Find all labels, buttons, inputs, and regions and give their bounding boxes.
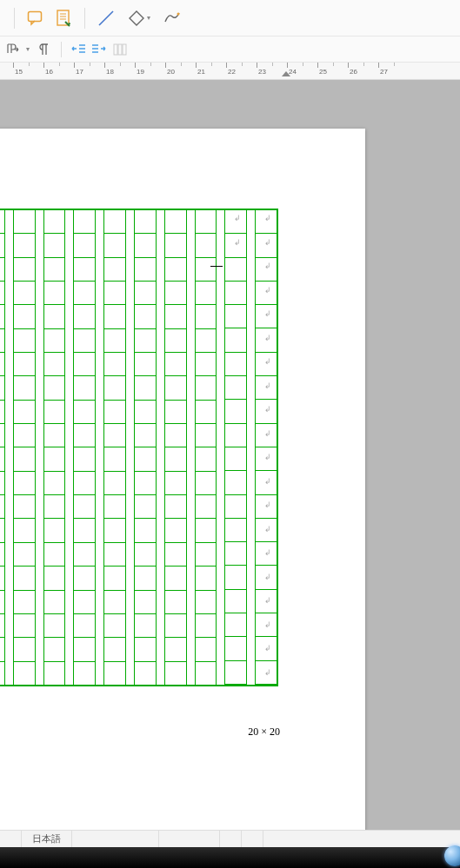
genko-cell[interactable] [74, 662, 95, 685]
genko-cell[interactable] [0, 210, 4, 234]
genko-cell[interactable] [44, 638, 65, 661]
genko-cell[interactable] [14, 329, 35, 353]
genko-cell[interactable] [104, 282, 125, 305]
genko-cell[interactable] [104, 234, 125, 257]
genko-cell[interactable] [135, 353, 156, 376]
genko-cell[interactable] [196, 376, 217, 400]
genko-cell[interactable] [135, 282, 156, 305]
genko-cell[interactable] [104, 447, 125, 471]
indent-marker[interactable] [282, 71, 292, 78]
genko-cell[interactable] [44, 519, 65, 542]
document-canvas[interactable]: ↲↲↲↲↲↲↲↲↲↲↲↲↲↲↲↲↲↲↲↲↲↲ 20 × 20 [0, 80, 460, 830]
genko-cell[interactable] [165, 519, 186, 542]
status-cell[interactable] [159, 831, 220, 847]
genko-cell[interactable] [165, 305, 186, 328]
genko-cell[interactable] [14, 638, 35, 661]
genko-cell[interactable] [225, 282, 246, 305]
genko-cell[interactable] [135, 495, 156, 519]
genko-cell[interactable] [14, 424, 35, 447]
genko-cell[interactable] [14, 614, 35, 638]
genko-cell[interactable] [104, 543, 125, 567]
genko-cell[interactable] [196, 424, 217, 447]
genko-cell[interactable] [225, 447, 246, 471]
genko-cell[interactable] [196, 401, 217, 424]
genko-cell[interactable] [44, 543, 65, 567]
genko-cell[interactable] [225, 353, 246, 376]
genko-cell[interactable] [196, 638, 217, 661]
columns-button[interactable] [110, 40, 130, 59]
genko-cell[interactable] [14, 543, 35, 567]
genko-cell[interactable] [104, 614, 125, 638]
genko-cell[interactable] [135, 305, 156, 328]
genko-cell[interactable] [196, 234, 217, 257]
genko-cell[interactable] [44, 567, 65, 590]
shape-tool-button[interactable]: ▾ [122, 6, 157, 30]
genko-cell[interactable] [196, 305, 217, 328]
genko-cell[interactable] [135, 424, 156, 447]
genko-cell[interactable] [44, 424, 65, 447]
genko-cell[interactable] [0, 495, 4, 519]
genko-cell[interactable] [0, 638, 4, 661]
genko-cell[interactable] [104, 662, 125, 685]
genko-cell[interactable] [0, 353, 4, 376]
genko-cell[interactable] [165, 424, 186, 447]
genko-cell[interactable] [14, 591, 35, 614]
genko-cell[interactable] [44, 401, 65, 424]
genko-cell[interactable] [196, 567, 217, 590]
indent-increase-button[interactable] [90, 40, 109, 59]
genko-cell[interactable] [74, 329, 95, 353]
taskbar-orb[interactable] [444, 845, 460, 866]
genko-cell[interactable] [0, 282, 4, 305]
genko-cell[interactable] [14, 282, 35, 305]
genko-cell[interactable] [104, 591, 125, 614]
genko-cell[interactable] [165, 543, 186, 567]
genko-cell[interactable] [104, 353, 125, 376]
line-tool-button[interactable] [94, 6, 118, 30]
genko-cell[interactable] [14, 567, 35, 590]
genko-cell[interactable] [0, 401, 4, 424]
genko-cell[interactable] [104, 424, 125, 447]
genko-cell[interactable] [44, 210, 65, 234]
genko-cell[interactable] [225, 661, 246, 685]
genko-cell[interactable] [225, 424, 246, 447]
genko-cell[interactable] [104, 329, 125, 353]
genko-cell[interactable] [165, 329, 186, 353]
genko-cell[interactable] [165, 258, 186, 282]
genko-cell[interactable] [165, 353, 186, 376]
status-cell[interactable] [0, 831, 22, 847]
genko-cell[interactable] [0, 519, 4, 542]
genko-cell[interactable] [0, 234, 4, 257]
genko-cell[interactable] [196, 591, 217, 614]
genko-cell[interactable] [74, 234, 95, 257]
genko-cell[interactable] [135, 472, 156, 495]
genko-cell[interactable] [135, 567, 156, 590]
genko-cell[interactable] [14, 401, 35, 424]
genko-cell[interactable] [14, 305, 35, 328]
genko-cell[interactable] [74, 305, 95, 328]
genko-cell[interactable] [74, 638, 95, 661]
genko-cell[interactable] [165, 210, 186, 234]
genko-cell[interactable] [165, 282, 186, 305]
genko-cell[interactable] [44, 329, 65, 353]
genko-cell[interactable] [74, 353, 95, 376]
genko-cell[interactable] [165, 662, 186, 685]
save-indicator[interactable] [242, 831, 263, 847]
genko-cell[interactable] [196, 662, 217, 685]
genko-cell[interactable] [135, 519, 156, 542]
genko-cell[interactable] [196, 258, 217, 282]
genko-cell[interactable] [135, 591, 156, 614]
genko-cell[interactable] [74, 472, 95, 495]
genko-grid[interactable]: ↲↲↲↲↲↲↲↲↲↲↲↲↲↲↲↲↲↲↲↲↲↲ [0, 209, 278, 686]
genko-cell[interactable] [196, 543, 217, 567]
genko-cell[interactable] [14, 495, 35, 519]
genko-cell[interactable] [225, 258, 246, 282]
genko-cell[interactable] [135, 234, 156, 257]
genko-cell[interactable] [14, 447, 35, 471]
genko-cell[interactable] [225, 519, 246, 542]
genko-cell[interactable] [0, 424, 4, 447]
genko-cell[interactable] [14, 258, 35, 282]
genko-cell[interactable] [44, 662, 65, 685]
genko-cell[interactable] [74, 282, 95, 305]
genko-cell[interactable] [14, 210, 35, 234]
genko-cell[interactable] [74, 614, 95, 638]
